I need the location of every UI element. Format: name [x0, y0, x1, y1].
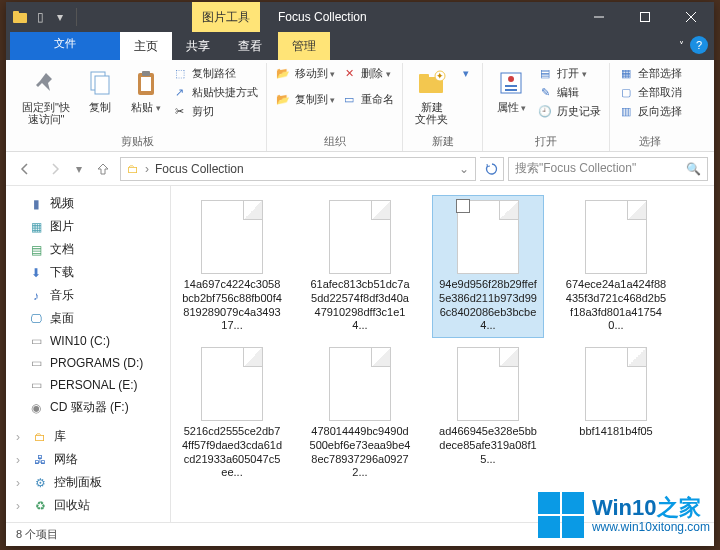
nav-item[interactable]: ▦图片 [10, 215, 166, 238]
edit-button[interactable]: ✎编辑 [537, 84, 601, 100]
forward-button[interactable] [42, 156, 68, 182]
svg-point-16 [508, 76, 514, 82]
group-open: 属性 ▤打开 ✎编辑 🕘历史记录 打开 [483, 63, 610, 151]
help-icon[interactable]: ? [690, 36, 708, 54]
svg-rect-9 [141, 77, 151, 91]
minimize-button[interactable] [576, 2, 622, 32]
nav-item[interactable]: ▭PERSONAL (E:) [10, 374, 166, 396]
recycle-icon: ♻ [32, 498, 48, 514]
properties-icon [495, 67, 527, 99]
ribbon: 固定到"快 速访问" 复制 粘贴 ⬚复制路径 ↗粘贴快捷方式 ✂剪切 剪贴板 [6, 60, 714, 152]
breadcrumb-item[interactable]: Focus Collection [155, 162, 244, 176]
group-label: 选择 [639, 132, 661, 151]
file-list[interactable]: 14a697c4224c3058bcb2bf756c88fb00f4819289… [171, 186, 714, 522]
nav-label: WIN10 (C:) [50, 334, 110, 348]
up-button[interactable] [90, 156, 116, 182]
svg-rect-12 [419, 74, 429, 80]
tab-share[interactable]: 共享 [172, 32, 224, 60]
file-item[interactable]: 674ece24a1a424f88435f3d721c468d2b5f18a3f… [561, 196, 671, 337]
file-item[interactable]: 61afec813cb51dc7a5dd22574f8df3d40a479102… [305, 196, 415, 337]
file-item[interactable]: 94e9d956f28b29ffef5e386d211b973d996c8402… [433, 196, 543, 337]
cut-button[interactable]: ✂剪切 [172, 103, 258, 119]
copy-path-button[interactable]: ⬚复制路径 [172, 65, 258, 81]
group-organize: 📂移动到 📂复制到 ✕删除 ▭重命名 组织 [267, 63, 404, 151]
nav-pane[interactable]: ▮视频▦图片▤文档⬇下载♪音乐🖵桌面▭WIN10 (C:)▭PROGRAMS (… [6, 186, 171, 522]
maximize-button[interactable] [622, 2, 668, 32]
file-thumbnail [329, 200, 391, 274]
nav-item[interactable]: ◉CD 驱动器 (F:) [10, 396, 166, 419]
group-label: 新建 [432, 132, 454, 151]
paste-button[interactable]: 粘贴 [126, 65, 166, 116]
nav-item[interactable]: ›🗀库 [10, 425, 166, 448]
watermark: Win10之家 www.win10xitong.com [538, 492, 710, 538]
search-input[interactable]: 搜索"Focus Collection" 🔍 [508, 157, 708, 181]
contextual-tab-label: 图片工具 [192, 2, 260, 32]
nav-label: 下载 [50, 264, 74, 281]
desktop-icon: 🖵 [28, 311, 44, 327]
chevron-down-icon[interactable]: ⌄ [459, 162, 469, 176]
group-new: ✦ 新建 文件夹 ▾ 新建 [403, 63, 483, 151]
qat-item[interactable]: ▯ [32, 9, 48, 25]
file-item[interactable]: bbf14181b4f05 [561, 343, 671, 484]
refresh-button[interactable] [480, 157, 504, 181]
pin-button[interactable]: 固定到"快 速访问" [18, 65, 74, 127]
file-name: 478014449bc9490d500ebf6e73eaa9be48ec7893… [309, 425, 411, 480]
file-thumbnail [585, 347, 647, 421]
copy-button[interactable]: 复制 [80, 65, 120, 115]
rename-button[interactable]: ▭重命名 [341, 91, 394, 107]
edit-icon: ✎ [537, 84, 553, 100]
file-item[interactable]: 14a697c4224c3058bcb2bf756c88fb00f4819289… [177, 196, 287, 337]
move-to-button[interactable]: 📂移动到 [275, 65, 336, 81]
copy-to-button[interactable]: 📂复制到 [275, 91, 336, 107]
checkbox[interactable] [456, 199, 470, 213]
new-folder-button[interactable]: ✦ 新建 文件夹 [411, 65, 452, 127]
file-thumbnail [457, 347, 519, 421]
open-button[interactable]: ▤打开 [537, 65, 601, 81]
nav-item[interactable]: ›♻回收站 [10, 494, 166, 517]
ribbon-collapse-icon[interactable]: ˅ [679, 40, 684, 51]
recent-button[interactable]: ▾ [72, 156, 86, 182]
tab-home[interactable]: 主页 [120, 32, 172, 60]
properties-button[interactable]: 属性 [491, 65, 531, 116]
nav-item[interactable]: ▤文档 [10, 238, 166, 261]
svg-rect-10 [142, 71, 150, 76]
nav-item[interactable]: ›🖧网络 [10, 448, 166, 471]
select-none-button[interactable]: ▢全部取消 [618, 84, 682, 100]
nav-item[interactable]: ›⚙控制面板 [10, 471, 166, 494]
new-item-button[interactable]: ▾ [458, 65, 474, 81]
nav-item[interactable]: 🖵桌面 [10, 307, 166, 330]
file-item[interactable]: 5216cd2555ce2db74ff57f9daed3cda61dcd2193… [177, 343, 287, 484]
select-all-button[interactable]: ▦全部选择 [618, 65, 682, 81]
nav-item[interactable]: ▭PROGRAMS (D:) [10, 352, 166, 374]
breadcrumb[interactable]: 🗀 › Focus Collection ⌄ [120, 157, 476, 181]
copy-icon [84, 67, 116, 99]
paste-shortcut-button[interactable]: ↗粘贴快捷方式 [172, 84, 258, 100]
ribbon-tabs: 文件 主页 共享 查看 管理 ˅ ? [6, 32, 714, 60]
scissors-icon: ✂ [172, 103, 188, 119]
qat-item[interactable]: ▾ [52, 9, 68, 25]
nav-item[interactable]: ▮视频 [10, 192, 166, 215]
file-name: 674ece24a1a424f88435f3d721c468d2b5f18a3f… [565, 278, 667, 333]
tab-file[interactable]: 文件 [10, 32, 120, 60]
new-folder-icon: ✦ [416, 67, 448, 99]
file-thumbnail [201, 200, 263, 274]
delete-button[interactable]: ✕删除 [341, 65, 394, 81]
history-button[interactable]: 🕘历史记录 [537, 103, 601, 119]
music-icon: ♪ [28, 288, 44, 304]
nav-item[interactable]: ⬇下载 [10, 261, 166, 284]
disc-icon: ◉ [28, 400, 44, 416]
file-name: ad466945e328e5bbdece85afe319a08f15... [437, 425, 539, 466]
back-button[interactable] [12, 156, 38, 182]
nav-item[interactable]: ▭WIN10 (C:) [10, 330, 166, 352]
paste-icon [130, 67, 162, 99]
close-button[interactable] [668, 2, 714, 32]
invert-select-button[interactable]: ▥反向选择 [618, 103, 682, 119]
tab-view[interactable]: 查看 [224, 32, 276, 60]
group-select: ▦全部选择 ▢全部取消 ▥反向选择 选择 [610, 63, 690, 151]
delete-icon: ✕ [341, 65, 357, 81]
svg-rect-17 [505, 85, 517, 87]
tab-manage[interactable]: 管理 [278, 32, 330, 60]
file-item[interactable]: ad466945e328e5bbdece85afe319a08f15... [433, 343, 543, 484]
file-item[interactable]: 478014449bc9490d500ebf6e73eaa9be48ec7893… [305, 343, 415, 484]
nav-item[interactable]: ♪音乐 [10, 284, 166, 307]
